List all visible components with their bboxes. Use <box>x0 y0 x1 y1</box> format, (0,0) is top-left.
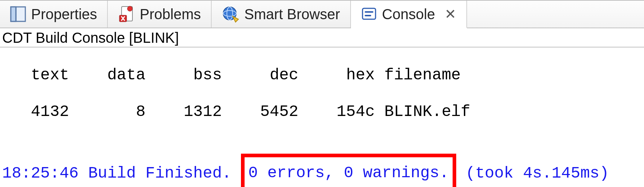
col-bss: bss <box>193 66 222 84</box>
build-status: Build Finished. <box>88 164 232 182</box>
close-icon[interactable]: ✕ <box>445 7 456 21</box>
console-icon <box>361 6 377 22</box>
tab-label: Console <box>382 6 435 22</box>
val-dec: 5452 <box>260 103 298 121</box>
col-hex: hex <box>346 66 375 84</box>
col-text: text <box>31 66 69 84</box>
build-duration: (took 4s.145ms) <box>466 164 609 182</box>
val-text: 4132 <box>31 103 69 121</box>
col-filename: filename <box>384 66 461 84</box>
size-value-row: 4132 8 1312 5452 154c BLINK.elf <box>2 103 642 121</box>
tab-properties[interactable]: Properties <box>0 1 108 28</box>
svg-rect-1 <box>11 7 16 21</box>
val-filename: BLINK.elf <box>384 103 470 121</box>
build-time: 18:25:46 <box>2 164 79 182</box>
svg-point-4 <box>127 6 132 11</box>
view-tab-bar: Properties Problems Smart Browser <box>0 0 644 28</box>
problems-icon <box>118 6 135 22</box>
globe-icon <box>222 5 239 23</box>
col-data: data <box>107 66 145 84</box>
tab-console[interactable]: Console ✕ <box>351 1 467 28</box>
build-status-line: 18:25:46 Build Finished. 0 errors, 0 war… <box>2 154 642 187</box>
build-summary-highlight: 0 errors, 0 warnings. <box>241 154 456 187</box>
val-hex: 154c <box>336 103 375 121</box>
svg-rect-11 <box>363 8 376 19</box>
tab-label: Problems <box>140 6 201 22</box>
tab-smart-browser[interactable]: Smart Browser <box>212 1 351 28</box>
build-summary: 0 errors, 0 warnings. <box>248 164 449 182</box>
tab-label: Properties <box>31 6 97 22</box>
properties-icon <box>10 6 26 22</box>
val-data: 8 <box>136 103 145 121</box>
val-bss: 1312 <box>184 103 222 121</box>
tab-problems[interactable]: Problems <box>108 1 212 28</box>
console-header: CDT Build Console [BLINK] <box>0 28 644 47</box>
col-dec: dec <box>270 66 298 84</box>
console-output: text data bss dec hex filename 4132 8 13… <box>0 47 644 187</box>
tab-label: Smart Browser <box>244 6 340 22</box>
size-header-row: text data bss dec hex filename <box>2 66 642 84</box>
